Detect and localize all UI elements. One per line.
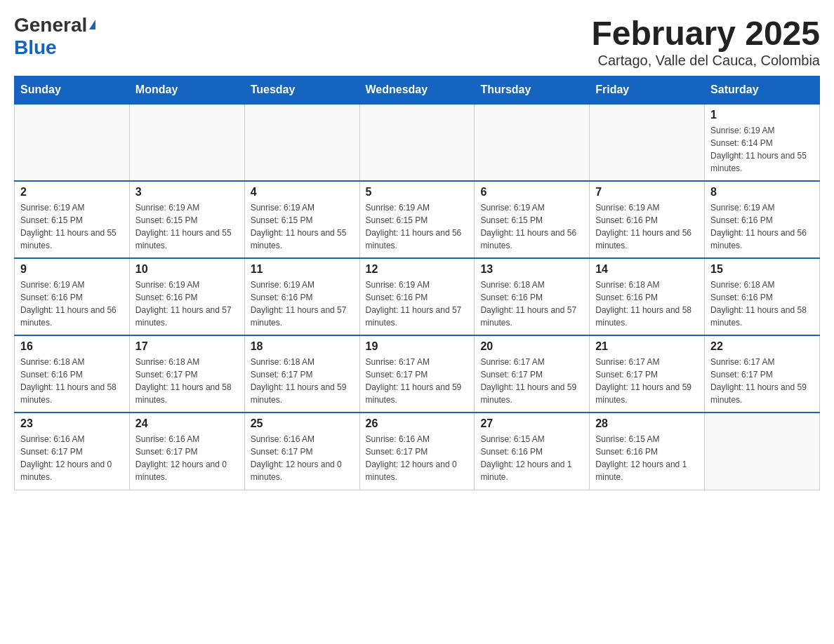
- day-info: Sunrise: 6:19 AM Sunset: 6:15 PM Dayligh…: [251, 201, 354, 252]
- day-number: 9: [20, 263, 124, 276]
- calendar-cell: 26Sunrise: 6:16 AM Sunset: 6:17 PM Dayli…: [359, 412, 475, 490]
- calendar-cell: 7Sunrise: 6:19 AM Sunset: 6:16 PM Daylig…: [590, 181, 705, 258]
- day-info: Sunrise: 6:19 AM Sunset: 6:16 PM Dayligh…: [366, 279, 469, 329]
- calendar-cell: 16Sunrise: 6:18 AM Sunset: 6:16 PM Dayli…: [15, 335, 130, 412]
- day-info: Sunrise: 6:16 AM Sunset: 6:17 PM Dayligh…: [366, 433, 469, 483]
- day-number: 28: [595, 417, 699, 430]
- day-info: Sunrise: 6:18 AM Sunset: 6:16 PM Dayligh…: [20, 356, 124, 406]
- day-info: Sunrise: 6:17 AM Sunset: 6:17 PM Dayligh…: [366, 356, 469, 406]
- day-number: 2: [20, 186, 124, 199]
- day-info: Sunrise: 6:18 AM Sunset: 6:17 PM Dayligh…: [135, 356, 239, 406]
- calendar-cell: 2Sunrise: 6:19 AM Sunset: 6:15 PM Daylig…: [15, 181, 130, 258]
- col-sunday: Sunday: [15, 76, 130, 105]
- day-info: Sunrise: 6:19 AM Sunset: 6:16 PM Dayligh…: [595, 201, 699, 252]
- day-number: 15: [710, 263, 814, 276]
- day-info: Sunrise: 6:18 AM Sunset: 6:16 PM Dayligh…: [595, 279, 699, 329]
- day-number: 4: [251, 186, 354, 199]
- calendar-week-row: 9Sunrise: 6:19 AM Sunset: 6:16 PM Daylig…: [15, 258, 820, 335]
- logo-general-text: General: [14, 14, 87, 36]
- calendar-cell: 12Sunrise: 6:19 AM Sunset: 6:16 PM Dayli…: [359, 258, 475, 335]
- day-info: Sunrise: 6:19 AM Sunset: 6:16 PM Dayligh…: [710, 201, 814, 252]
- calendar-cell: 25Sunrise: 6:16 AM Sunset: 6:17 PM Dayli…: [244, 412, 359, 490]
- day-number: 14: [595, 263, 699, 276]
- calendar-cell: 21Sunrise: 6:17 AM Sunset: 6:17 PM Dayli…: [590, 335, 705, 412]
- day-info: Sunrise: 6:16 AM Sunset: 6:17 PM Dayligh…: [251, 433, 354, 483]
- calendar-cell: [15, 104, 130, 181]
- day-info: Sunrise: 6:19 AM Sunset: 6:15 PM Dayligh…: [20, 201, 124, 252]
- calendar: Sunday Monday Tuesday Wednesday Thursday…: [14, 76, 820, 490]
- calendar-cell: [705, 412, 820, 490]
- day-info: Sunrise: 6:19 AM Sunset: 6:16 PM Dayligh…: [135, 279, 239, 329]
- calendar-cell: 14Sunrise: 6:18 AM Sunset: 6:16 PM Dayli…: [590, 258, 705, 335]
- day-number: 26: [366, 417, 469, 430]
- calendar-cell: 24Sunrise: 6:16 AM Sunset: 6:17 PM Dayli…: [129, 412, 244, 490]
- day-info: Sunrise: 6:18 AM Sunset: 6:17 PM Dayligh…: [251, 356, 354, 406]
- calendar-week-row: 2Sunrise: 6:19 AM Sunset: 6:15 PM Daylig…: [15, 181, 820, 258]
- calendar-cell: 28Sunrise: 6:15 AM Sunset: 6:16 PM Dayli…: [590, 412, 705, 490]
- calendar-cell: [129, 104, 244, 181]
- col-friday: Friday: [590, 76, 705, 105]
- day-number: 18: [251, 340, 354, 353]
- day-number: 22: [710, 340, 814, 353]
- day-info: Sunrise: 6:17 AM Sunset: 6:17 PM Dayligh…: [480, 356, 583, 406]
- day-info: Sunrise: 6:19 AM Sunset: 6:15 PM Dayligh…: [366, 201, 469, 252]
- day-info: Sunrise: 6:19 AM Sunset: 6:16 PM Dayligh…: [20, 279, 124, 329]
- day-number: 10: [135, 263, 239, 276]
- calendar-cell: 1Sunrise: 6:19 AM Sunset: 6:14 PM Daylig…: [705, 104, 820, 181]
- day-number: 24: [135, 417, 239, 430]
- calendar-cell: [359, 104, 475, 181]
- calendar-week-row: 1Sunrise: 6:19 AM Sunset: 6:14 PM Daylig…: [15, 104, 820, 181]
- calendar-cell: 23Sunrise: 6:16 AM Sunset: 6:17 PM Dayli…: [15, 412, 130, 490]
- calendar-cell: 20Sunrise: 6:17 AM Sunset: 6:17 PM Dayli…: [475, 335, 590, 412]
- day-number: 25: [251, 417, 354, 430]
- day-info: Sunrise: 6:19 AM Sunset: 6:16 PM Dayligh…: [251, 279, 354, 329]
- day-number: 8: [710, 186, 814, 199]
- calendar-week-row: 16Sunrise: 6:18 AM Sunset: 6:16 PM Dayli…: [15, 335, 820, 412]
- calendar-cell: [590, 104, 705, 181]
- day-number: 3: [135, 186, 239, 199]
- calendar-cell: 9Sunrise: 6:19 AM Sunset: 6:16 PM Daylig…: [15, 258, 130, 335]
- day-number: 20: [480, 340, 583, 353]
- day-number: 23: [20, 417, 124, 430]
- day-info: Sunrise: 6:15 AM Sunset: 6:16 PM Dayligh…: [595, 433, 699, 483]
- calendar-cell: 18Sunrise: 6:18 AM Sunset: 6:17 PM Dayli…: [244, 335, 359, 412]
- day-info: Sunrise: 6:16 AM Sunset: 6:17 PM Dayligh…: [20, 433, 124, 483]
- day-info: Sunrise: 6:18 AM Sunset: 6:16 PM Dayligh…: [710, 279, 814, 329]
- day-info: Sunrise: 6:15 AM Sunset: 6:16 PM Dayligh…: [480, 433, 583, 483]
- logo: General Blue: [14, 14, 95, 59]
- calendar-cell: 10Sunrise: 6:19 AM Sunset: 6:16 PM Dayli…: [129, 258, 244, 335]
- calendar-cell: 13Sunrise: 6:18 AM Sunset: 6:16 PM Dayli…: [475, 258, 590, 335]
- calendar-cell: 4Sunrise: 6:19 AM Sunset: 6:15 PM Daylig…: [244, 181, 359, 258]
- logo-triangle-icon: [89, 20, 95, 29]
- day-number: 16: [20, 340, 124, 353]
- col-tuesday: Tuesday: [244, 76, 359, 105]
- day-number: 6: [480, 186, 583, 199]
- day-number: 13: [480, 263, 583, 276]
- col-thursday: Thursday: [475, 76, 590, 105]
- day-info: Sunrise: 6:18 AM Sunset: 6:16 PM Dayligh…: [480, 279, 583, 329]
- day-number: 12: [366, 263, 469, 276]
- calendar-cell: 5Sunrise: 6:19 AM Sunset: 6:15 PM Daylig…: [359, 181, 475, 258]
- header: General Blue February 2025 Cartago, Vall…: [14, 14, 820, 69]
- day-number: 21: [595, 340, 699, 353]
- title-section: February 2025 Cartago, Valle del Cauca, …: [591, 14, 820, 69]
- calendar-header-row: Sunday Monday Tuesday Wednesday Thursday…: [15, 76, 820, 105]
- col-wednesday: Wednesday: [359, 76, 475, 105]
- day-number: 11: [251, 263, 354, 276]
- day-info: Sunrise: 6:17 AM Sunset: 6:17 PM Dayligh…: [710, 356, 814, 406]
- calendar-cell: 6Sunrise: 6:19 AM Sunset: 6:15 PM Daylig…: [475, 181, 590, 258]
- day-info: Sunrise: 6:19 AM Sunset: 6:15 PM Dayligh…: [135, 201, 239, 252]
- calendar-cell: 17Sunrise: 6:18 AM Sunset: 6:17 PM Dayli…: [129, 335, 244, 412]
- calendar-cell: 19Sunrise: 6:17 AM Sunset: 6:17 PM Dayli…: [359, 335, 475, 412]
- day-info: Sunrise: 6:19 AM Sunset: 6:15 PM Dayligh…: [480, 201, 583, 252]
- calendar-cell: [244, 104, 359, 181]
- day-number: 5: [366, 186, 469, 199]
- calendar-cell: 15Sunrise: 6:18 AM Sunset: 6:16 PM Dayli…: [705, 258, 820, 335]
- calendar-cell: 11Sunrise: 6:19 AM Sunset: 6:16 PM Dayli…: [244, 258, 359, 335]
- day-info: Sunrise: 6:16 AM Sunset: 6:17 PM Dayligh…: [135, 433, 239, 483]
- day-number: 1: [710, 109, 814, 121]
- calendar-cell: 22Sunrise: 6:17 AM Sunset: 6:17 PM Dayli…: [705, 335, 820, 412]
- month-year: February 2025: [591, 14, 820, 53]
- day-number: 19: [366, 340, 469, 353]
- logo-blue-text: Blue: [14, 36, 57, 58]
